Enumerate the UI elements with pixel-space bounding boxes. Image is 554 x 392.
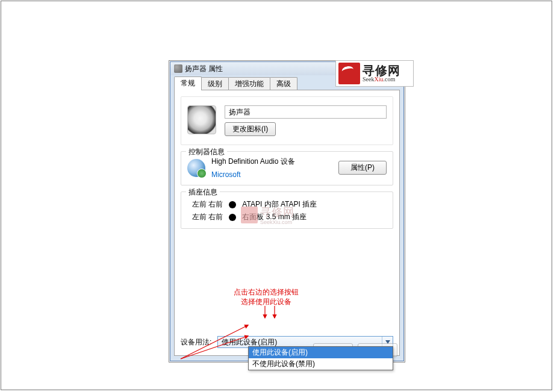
controller-vendor[interactable]: Microsoft [211, 170, 332, 179]
annotation-text: 点击右边的选择按钮 选择使用此设备 [234, 288, 299, 306]
jack-row-1: 左前 右前 右面板 3.5 mm 插座 [187, 212, 387, 222]
jack-legend: 插座信息 [186, 187, 220, 198]
window-icon [174, 64, 182, 73]
seekxiu-logo: 寻修网 SeekXiu.com [335, 60, 414, 87]
controller-legend: 控制器信息 [186, 147, 227, 157]
jack-info-group: 插座信息 左前 右前 ATAPI 内部 ATAPI 插座 左前 右前 右面板 3… [181, 191, 393, 229]
logo-cn: 寻修网 [363, 64, 400, 76]
jack-pos: 左前 右前 [192, 199, 223, 210]
device-usage-label: 设备用法: [181, 337, 211, 347]
jack-desc: 右面板 3.5 mm 插座 [242, 212, 307, 222]
jack-desc: ATAPI 内部 ATAPI 插座 [242, 199, 317, 210]
logo-en: SeekXiu.com [363, 76, 400, 82]
device-name-group: 更改图标(I) [181, 96, 393, 145]
tab-general[interactable]: 常规 [174, 76, 202, 90]
tab-levels[interactable]: 级别 [201, 77, 229, 90]
tab-advanced[interactable]: 高级 [270, 77, 297, 90]
controller-properties-button[interactable]: 属性(P) [338, 161, 387, 175]
jack-pos: 左前 右前 [192, 212, 223, 222]
speaker-icon [187, 105, 216, 134]
dropdown-option-enable[interactable]: 使用此设备(启用) [249, 347, 393, 358]
device-usage-selected: 使用此设备(启用) [222, 337, 277, 347]
speaker-properties-window: 扬声器 属性 ✕ 常规 级别 增强功能 高级 更改图标(I) 控制器信息 [170, 61, 404, 361]
tab-body-general: 更改图标(I) 控制器信息 High Definition Audio 设备 M… [174, 90, 400, 356]
hd-audio-icon [187, 159, 205, 177]
logo-mark [338, 63, 360, 84]
device-name-input[interactable] [225, 105, 387, 119]
controller-info-group: 控制器信息 High Definition Audio 设备 Microsoft… [181, 151, 393, 185]
tab-enhancements[interactable]: 增强功能 [228, 77, 270, 90]
jack-dot-icon [229, 201, 236, 208]
dropdown-option-disable[interactable]: 不使用此设备(禁用) [249, 358, 393, 370]
jack-dot-icon [229, 214, 236, 221]
window-title: 扬声器 属性 [185, 64, 223, 74]
jack-row-0: 左前 右前 ATAPI 内部 ATAPI 插座 [187, 199, 387, 210]
controller-device: High Definition Audio 设备 [211, 157, 332, 167]
change-icon-button[interactable]: 更改图标(I) [225, 122, 276, 136]
device-usage-dropdown[interactable]: 使用此设备(启用) 不使用此设备(禁用) [248, 346, 393, 370]
